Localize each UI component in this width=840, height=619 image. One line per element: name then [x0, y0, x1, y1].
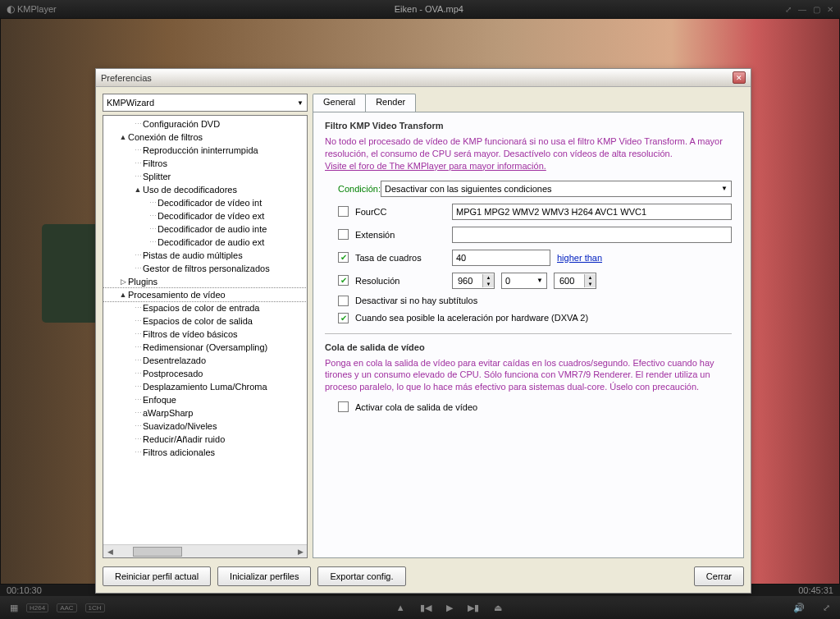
res-width-spinner[interactable]: 960 ▲▼: [452, 273, 495, 289]
codec-badge: 1CH: [85, 603, 105, 612]
tree-item[interactable]: ⋯Espacios de color de salida: [103, 314, 307, 328]
tree-item[interactable]: ⋯Desplazamiento Luma/Chroma: [103, 380, 307, 393]
condition-label: Condición:: [325, 184, 374, 194]
compact-icon[interactable]: ⤢: [785, 5, 792, 14]
open-button[interactable]: ▦: [10, 603, 18, 613]
tab-render[interactable]: Render: [365, 94, 416, 112]
video-area[interactable]: Preferencias ✕ KMPWizard ▼ ⋯Configuració…: [0, 18, 840, 585]
tree-item[interactable]: ⋯Gestor de filtros personalizados: [103, 262, 307, 275]
codec-badge: AAC: [57, 603, 76, 612]
resolution-checkbox[interactable]: ✔: [338, 275, 349, 286]
preferences-dialog: Preferencias ✕ KMPWizard ▼ ⋯Configuració…: [95, 68, 751, 594]
forum-link[interactable]: Visite el foro de The KMPlayer para mayo…: [325, 161, 546, 171]
dxva-checkbox[interactable]: ✔: [338, 313, 349, 323]
wizard-dropdown[interactable]: KMPWizard ▼: [103, 94, 308, 112]
fourcc-label: FourCC: [355, 207, 445, 217]
condition-dropdown[interactable]: Desactivar con las siguientes condicione…: [381, 181, 732, 197]
time-elapsed: 00:10:30: [7, 585, 42, 595]
queue-label: Activar cola de salida de vídeo: [355, 402, 477, 412]
tree-item[interactable]: ⋯aWarpSharp: [103, 406, 307, 420]
dialog-titlebar[interactable]: Preferencias ✕: [96, 69, 751, 87]
section-title: Filtro KMP Video Transform: [325, 121, 732, 131]
section-title: Cola de salida de vídeo: [325, 342, 732, 352]
stop-icon[interactable]: ▲: [396, 603, 405, 613]
res-op-dropdown[interactable]: 0▼: [501, 273, 547, 289]
queue-checkbox[interactable]: [338, 401, 349, 412]
chevron-down-icon: ▼: [721, 185, 728, 192]
tree-item[interactable]: ⋯Reducir/Añadir ruido: [103, 433, 307, 446]
wizard-value: KMPWizard: [107, 98, 154, 108]
volume-icon[interactable]: 🔊: [793, 603, 805, 613]
tree-item[interactable]: ⋯Filtros adicionales: [103, 446, 307, 459]
tree-item[interactable]: ▲Uso de decodificadores: [103, 183, 307, 196]
extension-input[interactable]: [452, 227, 732, 243]
chevron-down-icon: ▼: [297, 99, 304, 107]
next-icon[interactable]: ▶▮: [468, 603, 479, 613]
player-titlebar: KMPlayer Eiken - OVA.mp4 ⤢ — ▢ ✕: [0, 0, 840, 18]
close-icon[interactable]: ✕: [827, 5, 833, 14]
prev-icon[interactable]: ▮◀: [420, 603, 431, 613]
tree-item[interactable]: ⋯Postprocesado: [103, 367, 307, 380]
tab-content: Filtro KMP Video Transform No todo el pr…: [313, 112, 744, 558]
play-icon[interactable]: ▶: [446, 603, 453, 613]
tree-item[interactable]: ⋯Decodificador de audio inte: [103, 222, 307, 236]
fps-condition-link[interactable]: higher than: [557, 253, 602, 263]
section-description: Ponga en cola la salida de vídeo para ev…: [325, 357, 732, 394]
dialog-close-button[interactable]: ✕: [733, 71, 746, 84]
fps-checkbox[interactable]: ✔: [338, 252, 349, 263]
tree-item[interactable]: ⋯Espacios de color de entrada: [103, 301, 307, 314]
tree-item[interactable]: ⋯Splitter: [103, 170, 307, 183]
fps-label: Tasa de cuadros: [355, 253, 445, 263]
section-description: No todo el procesado de vídeo de KMP fun…: [325, 135, 732, 172]
minimize-icon[interactable]: —: [798, 5, 806, 14]
close-button[interactable]: Cerrar: [694, 566, 744, 586]
player-controls: ▦ H264 AAC 1CH ▲ ▮◀ ▶ ▶▮ ⏏ 🔊 ⤢: [0, 596, 840, 619]
fullscreen-icon[interactable]: ⤢: [823, 603, 830, 613]
tree-item[interactable]: ⋯Suavizado/Niveles: [103, 420, 307, 433]
app-logo[interactable]: KMPlayer: [7, 3, 57, 15]
tree-item[interactable]: ▲Procesamiento de vídeo: [103, 288, 307, 301]
dxva-label: Cuando sea posible la aceleración por ha…: [355, 313, 588, 323]
tree-scrollbar[interactable]: ◀▶: [103, 544, 307, 557]
export-config-button[interactable]: Exportar config.: [317, 566, 405, 586]
extension-label: Extensión: [355, 230, 445, 240]
codec-badge: H264: [26, 603, 48, 612]
fps-input[interactable]: [452, 250, 550, 266]
tree-item[interactable]: ⋯Pistas de audio múltiples: [103, 249, 307, 262]
fourcc-input[interactable]: [452, 204, 732, 220]
nosubs-label: Desactivar si no hay subtítulos: [355, 296, 477, 305]
tree-item[interactable]: ▷Plugins: [103, 275, 307, 288]
eject-icon[interactable]: ⏏: [494, 603, 502, 613]
fourcc-checkbox[interactable]: [338, 206, 349, 217]
extension-checkbox[interactable]: [338, 229, 349, 240]
tree-item[interactable]: ▲Conexión de filtros: [103, 131, 307, 144]
reset-profile-button[interactable]: Reiniciar perfil actual: [103, 566, 211, 586]
res-height-spinner[interactable]: 600 ▲▼: [554, 273, 596, 289]
init-profiles-button[interactable]: Inicializar perfiles: [217, 566, 311, 586]
nosubs-checkbox[interactable]: [338, 296, 349, 306]
tree-item[interactable]: ⋯Configuración DVD: [103, 117, 307, 131]
time-total: 00:45:31: [798, 585, 833, 595]
settings-tree[interactable]: ⋯Configuración DVD▲Conexión de filtros⋯R…: [103, 115, 308, 558]
tree-item[interactable]: ⋯Decodificador de audio ext: [103, 236, 307, 249]
tree-item[interactable]: ⋯Redimensionar (Oversampling): [103, 341, 307, 354]
tree-item[interactable]: ⋯Filtros: [103, 157, 307, 170]
media-title: Eiken - OVA.mp4: [73, 4, 785, 14]
tab-general[interactable]: General: [313, 94, 366, 112]
maximize-icon[interactable]: ▢: [813, 5, 820, 14]
dialog-title: Preferencias: [101, 73, 733, 83]
tree-item[interactable]: ⋯Desentrelazado: [103, 354, 307, 367]
resolution-label: Resolución: [355, 276, 445, 286]
tree-item[interactable]: ⋯Decodificador de vídeo ext: [103, 209, 307, 222]
tree-item[interactable]: ⋯Filtros de vídeo básicos: [103, 328, 307, 341]
tree-item[interactable]: ⋯Decodificador de vídeo int: [103, 196, 307, 209]
tree-item[interactable]: ⋯Enfoque: [103, 393, 307, 406]
tree-item[interactable]: ⋯Reproducción ininterrumpida: [103, 144, 307, 157]
